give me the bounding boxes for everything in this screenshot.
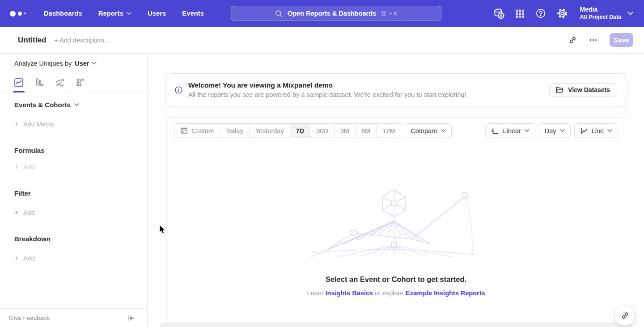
chart-display-controls: Linear Day Line	[485, 123, 618, 138]
project-scope: All Project Data	[580, 14, 621, 21]
interval-label: Day	[545, 127, 556, 134]
analyze-by-dropdown[interactable]: User	[75, 60, 97, 67]
view-datasets-button[interactable]: View Datasets	[549, 83, 616, 97]
more-options-icon[interactable]	[589, 39, 597, 41]
interval-dropdown[interactable]: Day	[539, 123, 571, 138]
nav-item-label: Reports	[98, 10, 123, 17]
query-builder-sidebar: Analyze Uniques by User	[0, 54, 148, 327]
add-formula-button[interactable]: + Add	[14, 163, 35, 172]
chart-type-label: Line	[592, 127, 604, 134]
range-label: Today	[226, 127, 243, 134]
range-7d[interactable]: 7D	[290, 124, 310, 138]
global-search[interactable]: Open Reports & Dashboards ⌘ + K	[231, 6, 441, 21]
data-management-icon[interactable]	[493, 8, 504, 19]
banner-title: Welcome! You are viewing a Mixpanel demo	[188, 81, 466, 89]
share-link-fab[interactable]	[614, 305, 635, 326]
range-12m[interactable]: 12M	[376, 124, 401, 138]
range-yesterday[interactable]: Yesterday	[249, 124, 290, 138]
search-placeholder: Open Reports & Dashboards	[288, 10, 376, 17]
plus-icon: +	[14, 120, 19, 129]
chevron-down-icon	[607, 129, 612, 132]
folder-icon	[555, 86, 564, 94]
tab-insights[interactable]	[14, 78, 24, 88]
logo-dot	[24, 13, 26, 14]
main-content: Welcome! You are viewing a Mixpanel demo…	[148, 54, 644, 327]
link-icon	[621, 311, 629, 320]
scale-dropdown[interactable]: Linear	[485, 123, 535, 138]
range-label: 6M	[361, 127, 370, 134]
banner-subtitle: All the reports you see are powered by a…	[188, 91, 466, 98]
tab-funnels[interactable]	[34, 78, 44, 88]
welcome-banner: Welcome! You are viewing a Mixpanel demo…	[166, 73, 626, 106]
chevron-down-icon	[627, 12, 633, 15]
nav-item-reports[interactable]: Reports	[98, 10, 131, 17]
range-label: 30D	[316, 127, 328, 134]
search-icon	[275, 9, 283, 18]
or-explore-text: or explore	[375, 289, 403, 297]
nav-item-users[interactable]: Users	[148, 10, 166, 17]
formulas-section-title: Formulas	[14, 147, 45, 154]
range-label: 12M	[382, 127, 395, 134]
chevron-down-icon	[92, 62, 97, 65]
range-label: 7D	[296, 127, 305, 134]
give-feedback-link[interactable]: Give Feedback	[9, 314, 50, 321]
nav-item-label: Events	[182, 10, 204, 17]
view-datasets-label: View Datasets	[568, 86, 610, 93]
scale-label: Linear	[503, 127, 521, 134]
nav-item-dashboards[interactable]: Dashboards	[44, 10, 82, 17]
add-label: Add	[23, 209, 35, 216]
range-label: Yesterday	[255, 127, 284, 134]
apps-grid-icon[interactable]	[515, 8, 525, 19]
add-metric-button[interactable]: + Add Metric	[14, 120, 54, 129]
report-header: Untitled + Add description... Save	[0, 27, 644, 54]
bottom-table-peek[interactable]	[160, 323, 632, 327]
nav-item-label: Dashboards	[44, 10, 82, 17]
project-name: Media	[580, 6, 621, 14]
sidebar-footer: Give Feedback	[0, 308, 147, 327]
range-3m[interactable]: 3M	[334, 124, 355, 138]
tab-flows[interactable]	[55, 78, 65, 88]
plus-icon: +	[14, 163, 19, 172]
logo-dot	[10, 11, 16, 17]
compare-dropdown[interactable]: Compare	[405, 123, 452, 138]
chevron-down-icon	[441, 129, 446, 132]
range-custom[interactable]: Custom	[174, 124, 220, 138]
range-label: Custom	[191, 127, 214, 134]
add-label: Add	[23, 164, 35, 171]
help-icon[interactable]	[535, 8, 546, 19]
add-filter-button[interactable]: + Add	[14, 208, 35, 217]
nav-item-events[interactable]: Events	[182, 10, 204, 17]
example-insights-reports-link[interactable]: Example Insights Reports	[405, 289, 485, 297]
chevron-down-icon	[74, 103, 79, 106]
analyze-by-value: User	[75, 60, 89, 67]
nav-links: Dashboards Reports Users Events	[44, 10, 204, 17]
add-label: Add	[23, 255, 35, 262]
empty-state-illustration	[311, 189, 481, 258]
tab-retention[interactable]	[76, 78, 85, 88]
analyze-label: Analyze Uniques by	[14, 60, 72, 67]
empty-state-links: Learn Insights Basics or explore Example…	[307, 289, 485, 297]
add-breakdown-button[interactable]: + Add	[14, 254, 35, 263]
range-today[interactable]: Today	[220, 124, 249, 138]
report-title[interactable]: Untitled	[18, 36, 46, 45]
mixpanel-logo[interactable]	[10, 11, 28, 17]
range-6m[interactable]: 6M	[355, 124, 376, 138]
plus-icon: +	[14, 254, 19, 263]
report-description-placeholder[interactable]: + Add description...	[54, 37, 110, 44]
chart-type-dropdown[interactable]: Line	[574, 123, 618, 138]
copy-link-icon[interactable]	[568, 36, 577, 44]
project-switcher[interactable]: Media All Project Data	[580, 6, 633, 21]
linear-scale-icon	[491, 127, 499, 135]
settings-gear-icon[interactable]	[556, 8, 568, 19]
date-range-selector: Custom Today Yesterday 7D 30D 3M 6M 12M	[174, 123, 401, 138]
save-button[interactable]: Save	[610, 33, 633, 47]
events-cohorts-label: Events & Cohorts	[14, 101, 71, 109]
learn-prefix: Learn	[307, 289, 323, 297]
collapse-sidebar-icon[interactable]	[127, 314, 135, 322]
range-30d[interactable]: 30D	[310, 124, 334, 138]
breakdown-section-title: Breakdown	[14, 235, 51, 243]
search-shortcut: ⌘ + K	[381, 10, 398, 17]
insights-basics-link[interactable]: Insights Basics	[326, 289, 373, 297]
events-cohorts-section[interactable]: Events & Cohorts	[14, 101, 79, 109]
plus-icon: +	[14, 208, 19, 217]
